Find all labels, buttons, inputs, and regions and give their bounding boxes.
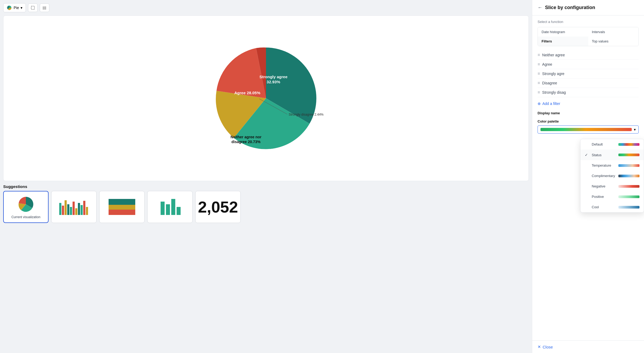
filter-row: ≡ Neither agree <box>538 50 639 60</box>
svg-point-2 <box>43 7 44 7</box>
palette-temperature[interactable]: Temperature <box>581 160 644 171</box>
strongly-agree-label: Strongly agree <box>259 74 287 79</box>
panel-title: Slice by configuration <box>545 5 595 10</box>
palette-complimentary-bar <box>618 175 639 177</box>
filter-row-5: ≡ Strongly disag <box>538 88 639 97</box>
palette-negative-name: Negative <box>592 184 616 188</box>
svg-rect-20 <box>109 205 135 210</box>
drag-handle-2[interactable]: ≡ <box>538 62 540 67</box>
suggestion-card-simple[interactable] <box>147 191 193 223</box>
strongly-agree-value: 32.93% <box>267 80 280 84</box>
list-icon <box>42 5 47 10</box>
palette-negative[interactable]: Negative <box>581 181 644 191</box>
display-name-label: Display name <box>538 111 639 115</box>
svg-rect-9 <box>62 206 64 215</box>
svg-rect-19 <box>109 199 135 205</box>
add-filter-label: Add a filter <box>542 101 560 106</box>
filter-label-3: Strongly agre <box>542 72 639 76</box>
palette-status[interactable]: ✓ Status <box>581 150 644 160</box>
palette-status-bar <box>618 154 639 156</box>
suggestions-title: Suggestions <box>3 184 529 189</box>
back-button[interactable]: ← <box>538 5 542 10</box>
filter-label-2: Agree <box>542 62 639 66</box>
svg-rect-21 <box>109 210 135 215</box>
pie-chart: Strongly agree 32.93% Agree 28.05% Neith… <box>205 37 327 160</box>
drag-handle-1[interactable]: ≡ <box>538 53 540 57</box>
svg-rect-18 <box>86 207 88 215</box>
display-name-section: Display name <box>538 111 639 115</box>
mini-pie-current <box>17 195 35 214</box>
suggestion-card-current[interactable]: Current visualization <box>3 191 49 223</box>
filter-row-2: ≡ Agree <box>538 60 639 69</box>
svg-rect-24 <box>171 199 175 215</box>
svg-rect-22 <box>161 202 165 215</box>
mini-stacked-chart <box>106 198 138 216</box>
palette-default-name: Default <box>592 142 616 146</box>
list-tool-button[interactable] <box>40 3 49 12</box>
svg-point-6 <box>43 9 44 10</box>
big-number-value: 2,052 <box>198 198 238 216</box>
chart-type-label: Pie <box>14 6 19 10</box>
color-palette-select[interactable]: ▾ <box>538 125 639 134</box>
palette-positive-name: Positive <box>592 195 616 199</box>
chart-type-button[interactable]: Pie ▾ <box>3 3 26 12</box>
color-palette-label: Color palette <box>538 119 639 123</box>
suggestion-card-bar[interactable] <box>51 191 97 223</box>
function-filters[interactable]: Filters <box>538 37 588 46</box>
svg-rect-14 <box>75 208 77 215</box>
selected-palette-bar <box>540 128 632 131</box>
select-function-label: Select a function <box>538 20 639 24</box>
palette-status-name: Status <box>592 153 616 157</box>
svg-point-4 <box>43 8 44 9</box>
palette-cool-bar <box>618 206 639 209</box>
svg-rect-1 <box>31 6 34 9</box>
drag-handle-3[interactable]: ≡ <box>538 71 540 76</box>
palette-complimentary[interactable]: Complimentary <box>581 171 644 181</box>
function-grid: Date histogram Intervals Filters Top val… <box>538 27 639 46</box>
neither-value: disagree 20.73% <box>232 140 261 144</box>
palette-cool[interactable]: Cool <box>581 202 644 212</box>
palette-positive[interactable]: Positive <box>581 191 644 202</box>
svg-rect-16 <box>81 205 83 215</box>
svg-rect-25 <box>177 207 181 215</box>
back-icon: ← <box>538 5 542 10</box>
color-palette-section: Color palette ▾ Default ✓ Status <box>538 119 639 134</box>
suggestion-card-stacked[interactable] <box>99 191 145 223</box>
select-icon <box>30 5 35 10</box>
add-filter-button[interactable]: ⊕ Add a filter <box>538 100 560 107</box>
palette-negative-bar <box>618 185 639 188</box>
palette-default[interactable]: Default <box>581 139 644 150</box>
svg-rect-17 <box>83 201 85 215</box>
suggestion-current-label: Current visualization <box>11 215 41 219</box>
toolbar: Pie ▾ <box>3 3 529 12</box>
palette-dropdown-arrow: ▾ <box>634 127 636 132</box>
palette-cool-name: Cool <box>592 205 616 209</box>
function-intervals[interactable]: Intervals <box>588 27 639 37</box>
select-tool-button[interactable] <box>28 3 38 12</box>
panel-content: Select a function Date histogram Interva… <box>532 15 644 340</box>
chevron-down-icon: ▾ <box>21 6 22 10</box>
svg-rect-12 <box>70 207 72 215</box>
drag-handle-5[interactable]: ≡ <box>538 90 540 95</box>
svg-rect-8 <box>59 203 61 215</box>
pie-icon <box>7 5 12 10</box>
drag-handle-4[interactable]: ≡ <box>538 81 540 85</box>
svg-rect-13 <box>73 202 75 215</box>
close-button[interactable]: ✕ Close <box>538 344 553 349</box>
svg-rect-23 <box>166 204 170 215</box>
agree-label: Agree 28.05% <box>234 91 260 95</box>
function-date-histogram[interactable]: Date histogram <box>538 27 588 37</box>
filter-label-5: Strongly disag <box>542 90 639 95</box>
filter-row-4: ≡ Disagree <box>538 79 639 88</box>
close-icon: ✕ <box>538 344 541 349</box>
panel-footer: ✕ Close <box>532 340 644 353</box>
palette-temperature-bar <box>618 164 639 167</box>
disagree-label: Disagree 15.85% <box>250 149 282 154</box>
panel-header: ← Slice by configuration <box>532 0 644 15</box>
palette-dropdown: Default ✓ Status Temperature Complimenta… <box>580 139 644 213</box>
suggestion-card-number[interactable]: 2,052 <box>195 191 241 223</box>
close-label: Close <box>543 345 553 349</box>
function-top-values[interactable]: Top values <box>588 37 639 46</box>
neither-label: Neither agree nor <box>230 135 261 139</box>
palette-temperature-name: Temperature <box>592 163 616 167</box>
